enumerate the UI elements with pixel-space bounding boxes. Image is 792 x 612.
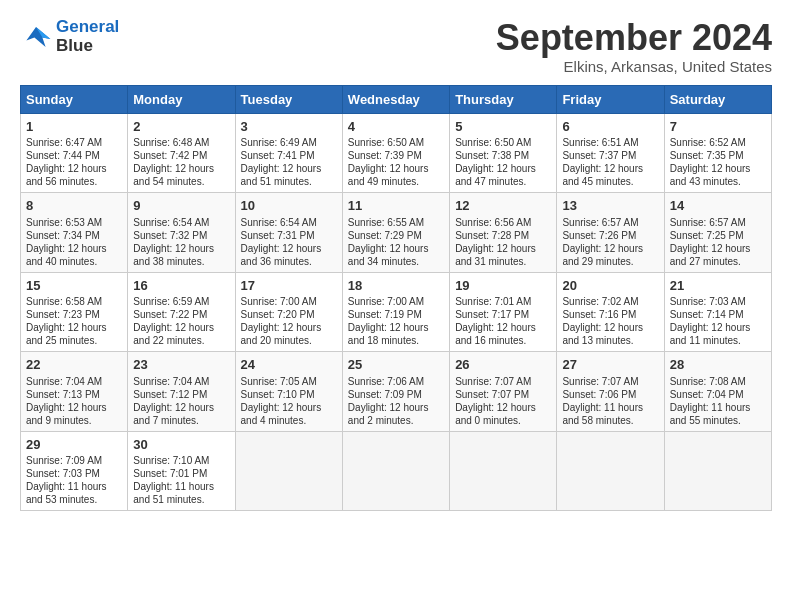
day-content: Sunrise: 6:54 AM Sunset: 7:31 PM Dayligh… — [241, 216, 337, 268]
week-row-1: 1Sunrise: 6:47 AM Sunset: 7:44 PM Daylig… — [21, 113, 772, 193]
day-number: 12 — [455, 197, 551, 215]
day-content: Sunrise: 6:57 AM Sunset: 7:26 PM Dayligh… — [562, 216, 658, 268]
day-content: Sunrise: 7:05 AM Sunset: 7:10 PM Dayligh… — [241, 375, 337, 427]
header-wednesday: Wednesday — [342, 85, 449, 113]
day-number: 24 — [241, 356, 337, 374]
table-row — [235, 431, 342, 511]
day-number: 25 — [348, 356, 444, 374]
day-content: Sunrise: 6:50 AM Sunset: 7:38 PM Dayligh… — [455, 136, 551, 188]
day-number: 18 — [348, 277, 444, 295]
header-saturday: Saturday — [664, 85, 771, 113]
logo-icon — [20, 23, 52, 51]
day-number: 9 — [133, 197, 229, 215]
day-content: Sunrise: 6:53 AM Sunset: 7:34 PM Dayligh… — [26, 216, 122, 268]
day-content: Sunrise: 6:54 AM Sunset: 7:32 PM Dayligh… — [133, 216, 229, 268]
subtitle: Elkins, Arkansas, United States — [496, 58, 772, 75]
day-content: Sunrise: 7:00 AM Sunset: 7:19 PM Dayligh… — [348, 295, 444, 347]
day-content: Sunrise: 7:10 AM Sunset: 7:01 PM Dayligh… — [133, 454, 229, 506]
day-number: 26 — [455, 356, 551, 374]
day-number: 14 — [670, 197, 766, 215]
day-number: 20 — [562, 277, 658, 295]
main-title: September 2024 — [496, 18, 772, 58]
table-row: 20Sunrise: 7:02 AM Sunset: 7:16 PM Dayli… — [557, 272, 664, 352]
day-content: Sunrise: 7:06 AM Sunset: 7:09 PM Dayligh… — [348, 375, 444, 427]
day-number: 19 — [455, 277, 551, 295]
table-row: 14Sunrise: 6:57 AM Sunset: 7:25 PM Dayli… — [664, 193, 771, 273]
table-row — [664, 431, 771, 511]
day-content: Sunrise: 6:55 AM Sunset: 7:29 PM Dayligh… — [348, 216, 444, 268]
day-content: Sunrise: 6:56 AM Sunset: 7:28 PM Dayligh… — [455, 216, 551, 268]
day-content: Sunrise: 6:57 AM Sunset: 7:25 PM Dayligh… — [670, 216, 766, 268]
table-row: 29Sunrise: 7:09 AM Sunset: 7:03 PM Dayli… — [21, 431, 128, 511]
day-number: 11 — [348, 197, 444, 215]
table-row: 8Sunrise: 6:53 AM Sunset: 7:34 PM Daylig… — [21, 193, 128, 273]
day-number: 29 — [26, 436, 122, 454]
table-row: 25Sunrise: 7:06 AM Sunset: 7:09 PM Dayli… — [342, 352, 449, 432]
header-row: Sunday Monday Tuesday Wednesday Thursday… — [21, 85, 772, 113]
header-thursday: Thursday — [450, 85, 557, 113]
logo-text: General Blue — [56, 18, 119, 55]
header: General Blue September 2024 Elkins, Arka… — [20, 18, 772, 75]
table-row: 30Sunrise: 7:10 AM Sunset: 7:01 PM Dayli… — [128, 431, 235, 511]
day-content: Sunrise: 7:00 AM Sunset: 7:20 PM Dayligh… — [241, 295, 337, 347]
table-row: 3Sunrise: 6:49 AM Sunset: 7:41 PM Daylig… — [235, 113, 342, 193]
table-row: 6Sunrise: 6:51 AM Sunset: 7:37 PM Daylig… — [557, 113, 664, 193]
day-number: 27 — [562, 356, 658, 374]
header-tuesday: Tuesday — [235, 85, 342, 113]
day-number: 22 — [26, 356, 122, 374]
day-number: 21 — [670, 277, 766, 295]
header-friday: Friday — [557, 85, 664, 113]
day-number: 17 — [241, 277, 337, 295]
table-row: 5Sunrise: 6:50 AM Sunset: 7:38 PM Daylig… — [450, 113, 557, 193]
day-content: Sunrise: 7:07 AM Sunset: 7:06 PM Dayligh… — [562, 375, 658, 427]
table-row — [450, 431, 557, 511]
day-number: 10 — [241, 197, 337, 215]
table-row: 16Sunrise: 6:59 AM Sunset: 7:22 PM Dayli… — [128, 272, 235, 352]
day-content: Sunrise: 6:58 AM Sunset: 7:23 PM Dayligh… — [26, 295, 122, 347]
table-row: 12Sunrise: 6:56 AM Sunset: 7:28 PM Dayli… — [450, 193, 557, 273]
table-row: 18Sunrise: 7:00 AM Sunset: 7:19 PM Dayli… — [342, 272, 449, 352]
day-number: 2 — [133, 118, 229, 136]
day-number: 1 — [26, 118, 122, 136]
table-row: 4Sunrise: 6:50 AM Sunset: 7:39 PM Daylig… — [342, 113, 449, 193]
day-content: Sunrise: 7:07 AM Sunset: 7:07 PM Dayligh… — [455, 375, 551, 427]
logo: General Blue — [20, 18, 119, 55]
day-content: Sunrise: 7:04 AM Sunset: 7:13 PM Dayligh… — [26, 375, 122, 427]
table-row: 13Sunrise: 6:57 AM Sunset: 7:26 PM Dayli… — [557, 193, 664, 273]
day-number: 7 — [670, 118, 766, 136]
table-row — [557, 431, 664, 511]
table-row: 21Sunrise: 7:03 AM Sunset: 7:14 PM Dayli… — [664, 272, 771, 352]
day-number: 23 — [133, 356, 229, 374]
day-content: Sunrise: 6:47 AM Sunset: 7:44 PM Dayligh… — [26, 136, 122, 188]
day-number: 8 — [26, 197, 122, 215]
week-row-3: 15Sunrise: 6:58 AM Sunset: 7:23 PM Dayli… — [21, 272, 772, 352]
day-number: 30 — [133, 436, 229, 454]
day-content: Sunrise: 7:02 AM Sunset: 7:16 PM Dayligh… — [562, 295, 658, 347]
table-row: 9Sunrise: 6:54 AM Sunset: 7:32 PM Daylig… — [128, 193, 235, 273]
page: General Blue September 2024 Elkins, Arka… — [0, 0, 792, 521]
day-content: Sunrise: 7:08 AM Sunset: 7:04 PM Dayligh… — [670, 375, 766, 427]
table-row: 24Sunrise: 7:05 AM Sunset: 7:10 PM Dayli… — [235, 352, 342, 432]
day-content: Sunrise: 6:59 AM Sunset: 7:22 PM Dayligh… — [133, 295, 229, 347]
day-number: 15 — [26, 277, 122, 295]
week-row-2: 8Sunrise: 6:53 AM Sunset: 7:34 PM Daylig… — [21, 193, 772, 273]
table-row: 15Sunrise: 6:58 AM Sunset: 7:23 PM Dayli… — [21, 272, 128, 352]
header-sunday: Sunday — [21, 85, 128, 113]
day-content: Sunrise: 7:03 AM Sunset: 7:14 PM Dayligh… — [670, 295, 766, 347]
week-row-5: 29Sunrise: 7:09 AM Sunset: 7:03 PM Dayli… — [21, 431, 772, 511]
day-content: Sunrise: 6:49 AM Sunset: 7:41 PM Dayligh… — [241, 136, 337, 188]
day-content: Sunrise: 6:48 AM Sunset: 7:42 PM Dayligh… — [133, 136, 229, 188]
day-content: Sunrise: 6:50 AM Sunset: 7:39 PM Dayligh… — [348, 136, 444, 188]
day-content: Sunrise: 6:52 AM Sunset: 7:35 PM Dayligh… — [670, 136, 766, 188]
week-row-4: 22Sunrise: 7:04 AM Sunset: 7:13 PM Dayli… — [21, 352, 772, 432]
calendar-table: Sunday Monday Tuesday Wednesday Thursday… — [20, 85, 772, 512]
day-number: 5 — [455, 118, 551, 136]
day-number: 6 — [562, 118, 658, 136]
table-row: 19Sunrise: 7:01 AM Sunset: 7:17 PM Dayli… — [450, 272, 557, 352]
day-content: Sunrise: 7:09 AM Sunset: 7:03 PM Dayligh… — [26, 454, 122, 506]
table-row: 7Sunrise: 6:52 AM Sunset: 7:35 PM Daylig… — [664, 113, 771, 193]
table-row — [342, 431, 449, 511]
day-number: 16 — [133, 277, 229, 295]
table-row: 17Sunrise: 7:00 AM Sunset: 7:20 PM Dayli… — [235, 272, 342, 352]
table-row: 11Sunrise: 6:55 AM Sunset: 7:29 PM Dayli… — [342, 193, 449, 273]
